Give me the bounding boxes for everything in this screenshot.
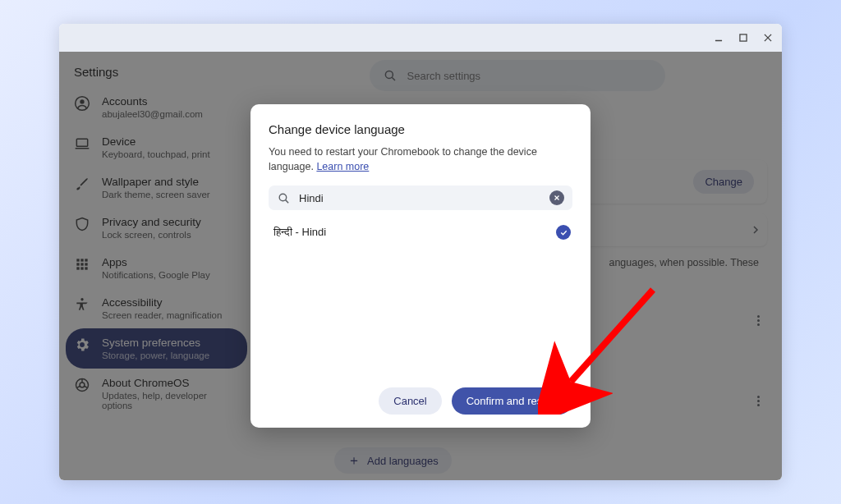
dialog-title: Change device language bbox=[269, 122, 572, 136]
clear-search-button[interactable] bbox=[549, 190, 564, 205]
app-window: Settings Accounts abujaleel30@gmail.com … bbox=[59, 24, 782, 480]
change-language-dialog: Change device language You need to resta… bbox=[250, 104, 591, 428]
minimize-icon[interactable] bbox=[713, 32, 724, 44]
svg-line-26 bbox=[286, 199, 289, 203]
dialog-search[interactable] bbox=[269, 186, 572, 210]
dialog-search-input[interactable] bbox=[299, 192, 541, 204]
close-icon[interactable] bbox=[762, 32, 774, 44]
language-result-label: हिन्दी - Hindi bbox=[273, 226, 326, 239]
dialog-subtext: You need to restart your Chromebook to c… bbox=[269, 144, 572, 174]
maximize-icon[interactable] bbox=[738, 32, 749, 44]
search-icon bbox=[277, 191, 291, 205]
svg-rect-1 bbox=[740, 34, 747, 41]
dialog-actions: Cancel Confirm and restart bbox=[269, 387, 572, 415]
cancel-button[interactable]: Cancel bbox=[379, 387, 441, 415]
selected-check-icon bbox=[556, 225, 571, 240]
learn-more-link[interactable]: Learn more bbox=[316, 161, 369, 172]
confirm-restart-button[interactable]: Confirm and restart bbox=[452, 387, 572, 415]
svg-point-25 bbox=[279, 194, 287, 201]
window-titlebar bbox=[59, 24, 782, 52]
language-result-row[interactable]: हिन्दी - Hindi bbox=[269, 210, 572, 241]
